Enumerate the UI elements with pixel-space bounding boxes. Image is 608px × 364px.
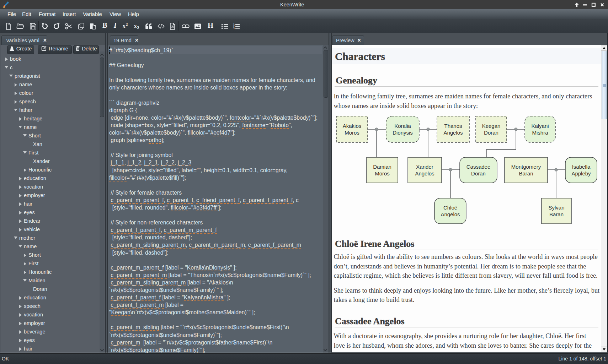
svg-text:Keegan: Keegan	[482, 123, 501, 129]
svg-text:Doran: Doran	[471, 170, 486, 176]
svg-text:Chloë: Chloë	[443, 205, 457, 211]
svg-text:Moros: Moros	[345, 130, 359, 136]
svg-text:Montgomery: Montgomery	[511, 164, 541, 170]
svg-text:Mishra: Mishra	[532, 130, 548, 136]
svg-text:Angelos: Angelos	[415, 170, 434, 176]
svg-text:Angelos: Angelos	[441, 211, 460, 217]
svg-text:Kalyani: Kalyani	[531, 123, 549, 129]
svg-text:Isabella: Isabella	[572, 164, 591, 170]
svg-text:Sylvan: Sylvan	[548, 205, 564, 211]
svg-text:Baran: Baran	[519, 170, 533, 176]
svg-text:Angelos: Angelos	[443, 130, 463, 136]
svg-text:Baran: Baran	[549, 211, 564, 217]
svg-text:Doran: Doran	[484, 130, 498, 136]
svg-text:Thanos: Thanos	[444, 123, 462, 129]
svg-text:Moros: Moros	[375, 170, 390, 176]
svg-text:Damian: Damian	[373, 164, 391, 170]
svg-text:Appleby: Appleby	[571, 170, 591, 176]
svg-text:Akakios: Akakios	[343, 123, 362, 129]
svg-text:Cassadee: Cassadee	[466, 164, 491, 170]
svg-text:Dionysis: Dionysis	[393, 130, 413, 136]
svg-text:3: 3	[233, 27, 235, 29]
svg-text:Koralia: Koralia	[394, 123, 411, 129]
svg-text:Xander: Xander	[416, 164, 433, 170]
